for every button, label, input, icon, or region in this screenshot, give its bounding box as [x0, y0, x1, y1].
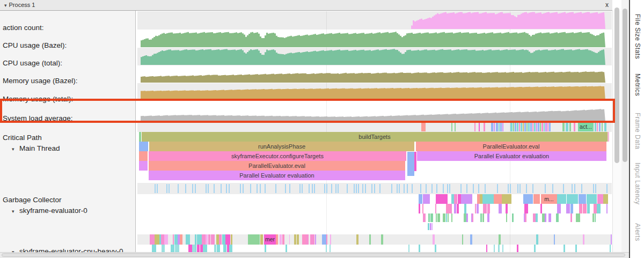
flame-bar[interactable]: ParallelEvaluator.eval: [149, 161, 405, 171]
horizontal-scrollbar-thumb[interactable]: [2, 253, 625, 257]
thread-slice[interactable]: [502, 194, 511, 204]
thread-slice[interactable]: [517, 245, 518, 252]
thread-slice[interactable]: [470, 234, 472, 245]
counter-chart-1[interactable]: [141, 30, 605, 47]
thread-slice[interactable]: [506, 213, 507, 222]
thread-slice[interactable]: [297, 234, 299, 245]
thread-slice[interactable]: [566, 204, 570, 213]
flame-bar[interactable]: Parallel Evaluator evaluation: [417, 151, 606, 161]
thread-slice[interactable]: [313, 234, 314, 245]
thread-slice[interactable]: [197, 245, 200, 252]
thread-slice[interactable]: [466, 213, 468, 222]
thread-slice[interactable]: [423, 213, 426, 222]
thread-slice[interactable]: [570, 204, 573, 213]
thread-slice[interactable]: [433, 234, 435, 245]
critical-path-slice[interactable]: [566, 122, 568, 131]
critical-path-slice[interactable]: [528, 122, 530, 131]
thread-slice[interactable]: [282, 234, 284, 245]
thread-slice[interactable]: [306, 234, 309, 245]
critical-path-slice[interactable]: [524, 122, 526, 131]
flame-bar[interactable]: [608, 132, 609, 142]
thread-slice[interactable]: [595, 213, 596, 222]
thread-slice[interactable]: [557, 194, 566, 204]
critical-path-slice[interactable]: [517, 122, 518, 131]
critical-path-slice[interactable]: [538, 122, 539, 131]
thread-slice[interactable]: [557, 204, 561, 213]
thread-slice[interactable]: [164, 234, 168, 245]
thread-slice-labeled[interactable]: mer: [264, 234, 276, 245]
thread-slice[interactable]: [475, 204, 476, 213]
sidebar-tab-alerts[interactable]: Alerts: [634, 223, 641, 241]
thread-slice[interactable]: [180, 234, 182, 245]
critical-path-slice[interactable]: [602, 122, 603, 131]
critical-path-slice[interactable]: [532, 122, 533, 131]
thread-slice[interactable]: [214, 245, 216, 252]
sidebar-tab-frame-data[interactable]: Frame Data: [634, 113, 641, 149]
thread-slice[interactable]: [554, 234, 555, 245]
thread-slice[interactable]: [315, 234, 316, 245]
timeline-track-area[interactable]: act...buildTargetsrunAnalysisPhaseParall…: [136, 11, 612, 253]
thread-slice[interactable]: [260, 234, 263, 245]
critical-path-slice[interactable]: [545, 122, 547, 131]
thread-slice[interactable]: [592, 213, 594, 222]
thread-slice[interactable]: [326, 234, 327, 245]
flame-bar-fragment[interactable]: [414, 152, 416, 171]
critical-path-slice[interactable]: [574, 122, 575, 131]
thread-slice[interactable]: [428, 223, 429, 230]
thread-slice[interactable]: [597, 204, 601, 213]
thread-slice[interactable]: [446, 213, 447, 222]
thread-slice[interactable]: [219, 245, 220, 252]
critical-path-slice[interactable]: [455, 122, 456, 131]
thread-slice[interactable]: [302, 234, 306, 245]
thread-slice[interactable]: [587, 204, 590, 213]
thread-slice[interactable]: [428, 213, 430, 222]
thread-slice[interactable]: [419, 204, 420, 213]
critical-path-slice[interactable]: [479, 122, 480, 131]
thread-slice[interactable]: [419, 245, 420, 252]
critical-path-slice[interactable]: [544, 122, 545, 131]
thread-slice[interactable]: [506, 204, 508, 213]
critical-path-slice[interactable]: [547, 122, 548, 131]
critical-path-slice[interactable]: [536, 122, 537, 131]
thread-slice[interactable]: [443, 213, 445, 222]
thread-slice[interactable]: [223, 245, 226, 252]
thread-slice[interactable]: [462, 234, 463, 245]
flame-bar[interactable]: buildTargets: [142, 132, 608, 142]
thread-slice[interactable]: [203, 245, 207, 252]
thread-slice[interactable]: [435, 204, 436, 213]
thread-slice[interactable]: [289, 234, 290, 245]
thread-slice[interactable]: [330, 245, 331, 252]
thread-slice[interactable]: [450, 204, 452, 213]
critical-path-slice[interactable]: [562, 122, 565, 131]
critical-path-slice[interactable]: [597, 122, 598, 131]
critical-path-slice[interactable]: [549, 122, 551, 131]
flame-bar[interactable]: ParallelEvaluator.eval: [416, 142, 606, 151]
thread-slice[interactable]: [188, 245, 192, 252]
critical-path-slice[interactable]: [491, 122, 493, 131]
thread-slice[interactable]: [155, 234, 159, 245]
thread-slice[interactable]: [587, 194, 597, 204]
critical-path-slice[interactable]: [604, 122, 606, 131]
thread-slice[interactable]: [486, 245, 487, 252]
thread-slice[interactable]: [533, 194, 540, 204]
thread-slice[interactable]: [610, 245, 611, 252]
thread-slice[interactable]: [575, 245, 577, 252]
thread-slice[interactable]: [211, 234, 215, 245]
counter-chart-3[interactable]: [141, 66, 605, 83]
thread-slice[interactable]: [225, 234, 230, 245]
thread-slice[interactable]: [525, 213, 526, 222]
thread-slice[interactable]: [430, 213, 433, 222]
critical-path-slice[interactable]: [534, 122, 536, 131]
thread-slice[interactable]: [255, 234, 260, 245]
critical-path-slice[interactable]: [595, 122, 596, 131]
collapse-process-icon[interactable]: ▾: [4, 3, 7, 8]
page-vertical-scrollbar-thumb[interactable]: [623, 9, 627, 162]
thread-slice[interactable]: [175, 245, 179, 252]
thread-slice[interactable]: [162, 245, 165, 252]
thread-slice[interactable]: [579, 204, 582, 213]
flame-bar-fragment[interactable]: [407, 152, 414, 176]
thread-slice[interactable]: [220, 234, 222, 245]
thread-slice[interactable]: [186, 234, 190, 245]
thread-slice[interactable]: [451, 213, 452, 222]
thread-slice[interactable]: [570, 213, 572, 222]
